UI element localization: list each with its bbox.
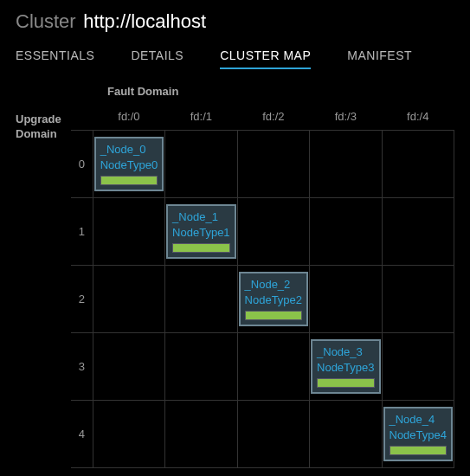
- node-card[interactable]: _Node_4NodeType4: [383, 407, 454, 461]
- node-health-bar: [245, 311, 303, 320]
- title-url: http://localhost: [83, 10, 206, 32]
- node-health-bar: [100, 176, 158, 185]
- grid-cell: _Node_0NodeType0: [93, 131, 164, 198]
- fault-domain-label: Fault Domain: [107, 85, 454, 98]
- tab-manifest[interactable]: MANIFEST: [347, 48, 412, 69]
- grid-cell: [93, 333, 164, 401]
- grid-cell: _Node_1NodeType1: [165, 198, 237, 266]
- upgrade-domain-header: 4: [71, 401, 93, 468]
- node-name: _Node_4: [390, 412, 447, 428]
- node-name: _Node_2: [245, 277, 303, 293]
- grid-cell: _Node_4NodeType4: [382, 401, 454, 468]
- grid-cell: [165, 266, 237, 333]
- grid-cell: [382, 131, 454, 198]
- node-name: _Node_0: [100, 142, 158, 158]
- fault-domain-header: fd:/0: [93, 103, 164, 131]
- page-title: Cluster http://localhost: [16, 10, 454, 33]
- upgrade-domain-header: 0: [71, 131, 93, 198]
- node-card[interactable]: _Node_1NodeType1: [166, 204, 236, 259]
- grid-cell: [310, 131, 382, 198]
- node-type: NodeType4: [390, 428, 447, 443]
- node-type: NodeType1: [172, 225, 230, 241]
- grid-cell: _Node_3NodeType3: [310, 333, 382, 401]
- tab-bar: ESSENTIALSDETAILSCLUSTER MAPMANIFEST: [16, 48, 454, 69]
- grid-cell: [382, 266, 454, 333]
- node-card[interactable]: _Node_3NodeType3: [311, 339, 381, 394]
- node-health-bar: [390, 446, 447, 455]
- node-health-bar: [172, 243, 230, 253]
- node-name: _Node_1: [172, 209, 230, 225]
- grid-cell: [310, 266, 382, 333]
- tab-details[interactable]: DETAILS: [131, 48, 183, 69]
- grid-cell: [165, 131, 237, 198]
- upgrade-domain-label: UpgradeDomain: [16, 113, 68, 142]
- cluster-map-panel: Fault Domain UpgradeDomain fd:/0fd:/1fd:…: [16, 85, 454, 468]
- upgrade-domain-header: 1: [71, 198, 93, 266]
- grid-cell: [310, 198, 382, 266]
- node-health-bar: [317, 378, 375, 388]
- title-label: Cluster: [16, 10, 76, 32]
- node-card[interactable]: _Node_0NodeType0: [94, 137, 164, 191]
- grid-corner: [71, 103, 93, 131]
- fault-domain-header: fd:/1: [165, 103, 237, 131]
- grid-cell: [165, 401, 237, 468]
- grid-cell: [237, 401, 309, 468]
- node-card[interactable]: _Node_2NodeType2: [239, 272, 309, 326]
- grid-cell: [382, 198, 454, 266]
- grid-cell: [237, 198, 309, 266]
- node-type: NodeType2: [245, 293, 303, 308]
- upgrade-domain-header: 3: [71, 333, 93, 401]
- grid-cell: _Node_2NodeType2: [237, 266, 309, 333]
- grid-cell: [165, 333, 237, 401]
- fault-domain-header: fd:/3: [310, 103, 382, 131]
- tab-cluster-map[interactable]: CLUSTER MAP: [220, 48, 311, 69]
- upgrade-domain-header: 2: [71, 266, 93, 333]
- node-type: NodeType0: [100, 158, 158, 173]
- node-type: NodeType3: [317, 360, 375, 376]
- grid-cell: [93, 198, 164, 266]
- fault-domain-header: fd:/4: [382, 103, 454, 131]
- tab-essentials[interactable]: ESSENTIALS: [16, 48, 94, 69]
- cluster-grid: fd:/0fd:/1fd:/2fd:/3fd:/40_Node_0NodeTyp…: [71, 103, 454, 468]
- node-name: _Node_3: [317, 344, 375, 360]
- grid-cell: [310, 401, 382, 468]
- grid-cell: [237, 131, 309, 198]
- grid-cell: [93, 401, 164, 468]
- fault-domain-header: fd:/2: [237, 103, 309, 131]
- grid-cell: [382, 333, 454, 401]
- grid-cell: [93, 266, 164, 333]
- grid-cell: [237, 333, 309, 401]
